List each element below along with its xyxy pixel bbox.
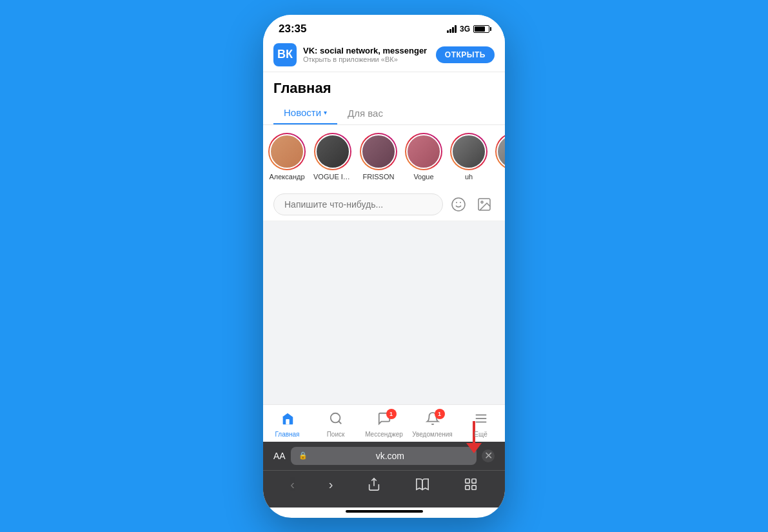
svg-rect-16 xyxy=(465,485,469,489)
story-avatar xyxy=(315,134,350,169)
home-icon xyxy=(281,411,295,429)
story-avatar-border xyxy=(314,133,351,170)
svg-point-0 xyxy=(452,198,465,211)
story-label: uh xyxy=(465,173,473,181)
story-item[interactable]: uh xyxy=(450,133,487,181)
url-text: vk.com xyxy=(311,451,469,461)
post-input[interactable] xyxy=(273,193,443,215)
forward-button[interactable]: › xyxy=(329,477,333,495)
open-app-button[interactable]: ОТКРЫТЬ xyxy=(436,46,495,63)
vk-logo: ВК xyxy=(273,43,297,66)
notifications-icon: 1 xyxy=(426,411,440,429)
banner-subtitle: Открыть в приложении «ВК» xyxy=(303,55,429,63)
story-avatar-border xyxy=(360,133,397,170)
nav-item-search[interactable]: Поиск xyxy=(311,409,360,440)
nav-item-messenger[interactable]: 1 Мессенджер xyxy=(360,409,408,440)
story-avatar-border xyxy=(495,133,505,170)
tab-for-you[interactable]: Для вас xyxy=(337,102,393,124)
story-label: FRISSON xyxy=(363,173,395,181)
aa-button[interactable]: AA xyxy=(273,451,286,461)
svg-line-9 xyxy=(339,421,341,424)
story-item[interactable]: VOGUE IS ... xyxy=(313,133,352,181)
post-input-row xyxy=(263,188,505,221)
url-bar[interactable]: 🔒 vk.com xyxy=(291,447,477,465)
emoji-button[interactable] xyxy=(448,194,469,215)
story-label: Александр xyxy=(269,173,304,181)
phone-frame: 23:35 3G ВК VK: social network, messenge… xyxy=(263,15,505,518)
story-label: VOGUE IS ... xyxy=(313,173,352,181)
story-item[interactable]: Александр xyxy=(268,133,306,181)
svg-rect-17 xyxy=(471,485,475,489)
story-avatar-border xyxy=(268,133,306,170)
search-icon xyxy=(329,411,343,429)
story-item[interactable]: FRISSON xyxy=(360,133,397,181)
nav-item-more[interactable]: Ещё xyxy=(457,409,505,440)
bottom-nav: Главная Поиск 1 Мессенджер xyxy=(263,404,505,442)
battery-icon xyxy=(473,25,489,33)
story-label: Vogue xyxy=(413,173,433,181)
tabs: Новости ▾ Для вас xyxy=(263,102,505,125)
svg-point-4 xyxy=(481,201,483,203)
nav-label-search: Поиск xyxy=(327,431,345,438)
messenger-badge: 1 xyxy=(386,409,397,419)
status-bar: 23:35 3G xyxy=(263,15,505,38)
story-item[interactable]: co... xyxy=(495,133,505,181)
browser-toolbar: ‹ › xyxy=(263,470,505,507)
tab-news[interactable]: Новости ▾ xyxy=(273,102,337,124)
more-icon xyxy=(474,411,488,429)
nav-item-notifications[interactable]: 1 Уведомления xyxy=(408,409,457,440)
home-indicator xyxy=(346,510,423,513)
nav-label-more: Ещё xyxy=(474,431,487,438)
nav-label-messenger: Мессенджер xyxy=(365,431,403,438)
app-banner: ВК VK: social network, messenger Открыть… xyxy=(263,38,505,72)
tabs-button[interactable] xyxy=(464,477,478,495)
story-avatar-border xyxy=(450,133,487,170)
story-avatar xyxy=(406,134,441,169)
chevron-down-icon: ▾ xyxy=(324,109,327,116)
image-button[interactable] xyxy=(474,194,495,215)
status-icons: 3G xyxy=(447,25,489,34)
nav-label-home: Главная xyxy=(275,431,299,438)
nav-label-notifications: Уведомления xyxy=(412,431,453,438)
lock-icon: 🔒 xyxy=(299,451,308,460)
back-button[interactable]: ‹ xyxy=(290,477,295,495)
story-avatar xyxy=(361,134,396,169)
nav-item-home[interactable]: Главная xyxy=(263,409,311,440)
story-avatar-border xyxy=(405,133,442,170)
svg-point-8 xyxy=(330,413,340,422)
story-avatar xyxy=(451,134,486,169)
stories-row: Александр VOGUE IS ... FRISSON Vogue xyxy=(263,125,505,188)
network-type: 3G xyxy=(460,25,470,34)
share-button[interactable] xyxy=(367,477,381,495)
banner-app-name: VK: social network, messenger xyxy=(303,46,429,55)
story-avatar xyxy=(497,134,505,169)
messenger-icon: 1 xyxy=(377,411,391,429)
notifications-badge: 1 xyxy=(435,409,445,419)
banner-text: VK: social network, messenger Открыть в … xyxy=(303,46,429,63)
story-avatar xyxy=(270,134,304,169)
main-content: Главная Новости ▾ Для вас Александр xyxy=(263,72,505,404)
page-title: Главная xyxy=(263,72,505,102)
signal-bars-icon xyxy=(447,25,457,33)
feed-area xyxy=(263,221,505,404)
svg-rect-7 xyxy=(286,419,290,424)
status-time: 23:35 xyxy=(279,23,306,35)
svg-rect-15 xyxy=(471,478,475,482)
story-item[interactable]: Vogue xyxy=(405,133,442,181)
bookmarks-button[interactable] xyxy=(415,477,429,495)
svg-rect-14 xyxy=(465,478,469,482)
